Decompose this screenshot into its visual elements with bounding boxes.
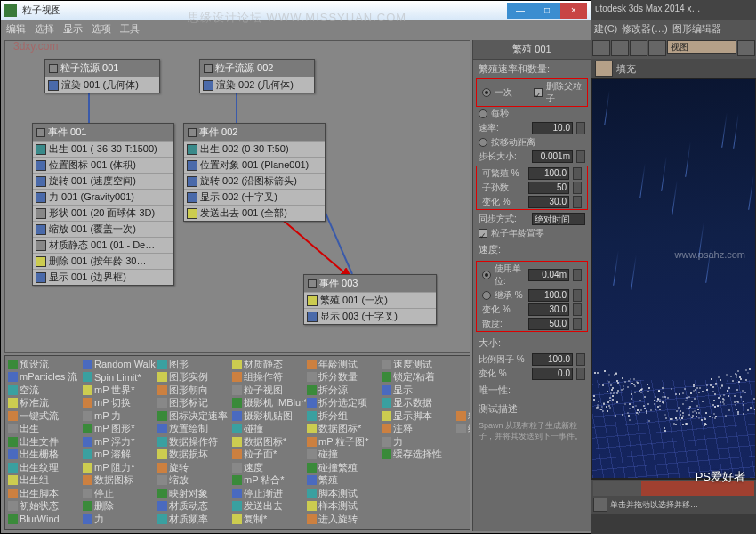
operator-item[interactable] <box>381 474 455 488</box>
operator-item[interactable] <box>455 397 470 410</box>
menu-options[interactable]: 选项 <box>92 22 111 36</box>
operator-item[interactable]: 数据图标* <box>231 435 306 449</box>
operator-item[interactable]: 粒子面* <box>231 449 306 462</box>
operator-item[interactable]: 删除 <box>82 500 157 514</box>
menu-display[interactable]: 显示 <box>63 22 83 36</box>
divergence-input[interactable]: 50.0 <box>528 318 569 330</box>
operator-item[interactable]: 标准流 <box>7 397 82 410</box>
operator-item[interactable]: 速度 <box>231 461 306 474</box>
rate-input[interactable]: 10.0 <box>532 122 573 134</box>
operator-row[interactable]: 发送出去 001 (全部) <box>184 205 325 221</box>
operator-item[interactable]: 初始状态 <box>7 500 82 514</box>
operator-item[interactable]: 注释 <box>381 423 455 436</box>
lock-icon[interactable] <box>593 498 607 512</box>
sync-dropdown[interactable]: 绝对时间 <box>532 213 585 225</box>
operator-item[interactable]: mParticles 流 <box>7 371 82 384</box>
operator-item[interactable]: 图形实例 <box>157 371 231 384</box>
operator-row[interactable]: 旋转 002 (沿图标箭头) <box>184 173 325 189</box>
operator-item[interactable] <box>455 371 470 384</box>
operator-item[interactable]: 显示脚本 <box>381 409 455 423</box>
operator-item[interactable]: 出生脚本 <box>7 487 82 500</box>
radio-once[interactable] <box>482 88 491 97</box>
operator-item[interactable]: Random Walk <box>82 358 157 371</box>
spawnable-input[interactable]: 100.0 <box>528 167 569 180</box>
variation1-input[interactable]: 30.0 <box>528 196 569 208</box>
operator-item[interactable] <box>381 513 455 526</box>
operator-item[interactable]: 显示 <box>381 384 455 397</box>
operator-item[interactable]: 拆分源 <box>306 384 381 397</box>
operator-item[interactable] <box>381 500 455 514</box>
check-delete-parent[interactable] <box>534 88 543 97</box>
operator-item[interactable]: mP 切换 <box>82 397 157 410</box>
operator-item[interactable]: 年龄测试 <box>306 358 381 371</box>
close-button[interactable]: × <box>560 3 587 19</box>
operator-item[interactable]: 出生纹理 <box>7 461 82 474</box>
minimize-button[interactable]: — <box>507 3 534 19</box>
operator-row[interactable]: 删除 001 (按年龄 30… <box>33 253 173 269</box>
operator-item[interactable]: BlurWind <box>7 513 82 526</box>
operator-item[interactable]: 碰撞 <box>306 449 381 462</box>
viewport[interactable] <box>591 78 756 479</box>
operator-row[interactable]: 位置对象 001 (Plane001) <box>184 157 325 173</box>
operator-item[interactable]: 预设流 <box>7 358 82 371</box>
operator-item[interactable]: 样本测试 <box>306 500 381 514</box>
operator-item[interactable]: 材质动态 <box>157 500 231 514</box>
operator-row[interactable]: 出生 002 (0-30 T:50) <box>184 141 325 157</box>
operator-item[interactable]: 拆分数量 <box>306 371 381 384</box>
operator-row[interactable]: 出生 001 (-36-30 T:1500) <box>33 141 173 157</box>
operator-row[interactable]: 材质静态 001 (01 - De… <box>33 237 173 253</box>
operator-item[interactable]: 摄影机贴图 <box>231 409 306 423</box>
radio-use-units[interactable] <box>482 271 491 279</box>
operator-item[interactable]: 繁殖 <box>306 474 381 488</box>
operator-item[interactable]: 发送出去 <box>231 500 306 514</box>
operator-item[interactable] <box>455 358 470 371</box>
tool-button[interactable] <box>611 40 629 56</box>
tool-button[interactable] <box>595 61 613 77</box>
operator-item[interactable]: 粒子面 <box>455 409 470 423</box>
operator-item[interactable]: 粒子视图 <box>231 384 306 397</box>
operator-row[interactable]: 显示 002 (十字叉) <box>184 189 325 205</box>
node-event-002[interactable]: 事件 002 出生 002 (0-30 T:50)位置对象 001 (Plane… <box>183 123 326 222</box>
tool-button[interactable] <box>630 40 647 56</box>
operator-row[interactable]: 显示 001 (边界框) <box>33 269 173 285</box>
operator-item[interactable]: 图形朝向 <box>157 384 231 397</box>
operator-item[interactable]: mP 阻力* <box>82 461 157 474</box>
scale-input[interactable]: 100.0 <box>532 353 573 366</box>
operator-item[interactable]: 材质静态 <box>231 358 306 371</box>
operator-item[interactable]: 出生 <box>7 423 82 436</box>
variation3-input[interactable]: 0.0 <box>532 368 573 380</box>
tool-button[interactable] <box>592 40 610 56</box>
operator-item[interactable]: 速度测试 <box>381 358 455 371</box>
operator-item[interactable]: 拆分选定项 <box>306 397 381 410</box>
operator-item[interactable]: 复制* <box>231 513 306 526</box>
view-dropdown[interactable]: 视图 <box>667 40 736 54</box>
inherit-input[interactable]: 100.0 <box>528 289 569 302</box>
operator-item[interactable]: 空流 <box>7 384 82 397</box>
operator-item[interactable]: mP 世界* <box>82 384 157 397</box>
node-pfsource-002[interactable]: 粒子流源 002 渲染 002 (几何体) <box>199 59 315 93</box>
operator-row[interactable]: 旋转 001 (速度空间) <box>33 173 173 189</box>
operator-item[interactable]: 组操作符 <box>231 371 306 384</box>
operator-item[interactable]: 一键式流 <box>7 409 82 423</box>
operator-item[interactable]: Spin Limit* <box>82 371 157 384</box>
operator-item[interactable]: 映射对象 <box>157 487 231 500</box>
node-pfsource-001[interactable]: 粒子流源 001 渲染 001 (几何体) <box>44 59 160 93</box>
operator-item[interactable]: 显示数据 <box>381 397 455 410</box>
operator-item[interactable]: 图标决定速率 <box>157 409 231 423</box>
menu-select[interactable]: 选择 <box>35 22 54 36</box>
tool-button[interactable] <box>737 40 755 56</box>
operator-item[interactable]: 材质频率 <box>157 513 231 526</box>
operator-row[interactable]: 力 001 (Gravity001) <box>33 189 173 205</box>
operator-item[interactable]: 缩放 <box>157 474 231 488</box>
operator-item[interactable]: 放置绘制 <box>157 423 231 436</box>
radio-inherit[interactable] <box>482 291 491 300</box>
operator-row[interactable]: 显示 003 (十字叉) <box>304 308 436 324</box>
menu-tools[interactable]: 工具 <box>120 22 140 36</box>
operator-item[interactable]: 旋转 <box>157 461 231 474</box>
operator-item[interactable]: 脚本测试 <box>306 487 381 500</box>
operator-item[interactable]: 数据图标 <box>82 474 157 488</box>
operator-item[interactable]: 力 <box>381 435 455 449</box>
operator-item[interactable]: 出生文件 <box>7 435 82 449</box>
offspring-input[interactable]: 50 <box>528 182 569 194</box>
radio-persec[interactable] <box>479 109 487 118</box>
